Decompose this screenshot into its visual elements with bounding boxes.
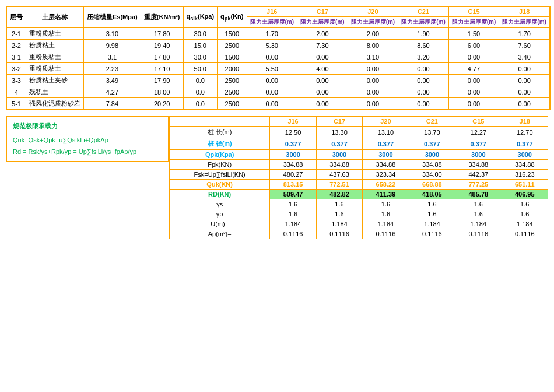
result-row: γs1.61.61.61.61.61.6 bbox=[170, 200, 548, 209]
result-row: RD(KN)509.47482.82411.39418.05485.78406.… bbox=[170, 190, 548, 200]
result-val-2: 1.184 bbox=[363, 219, 409, 229]
pile-data-2: 8.00 bbox=[348, 40, 398, 51]
result-val-4: 334.88 bbox=[455, 160, 502, 170]
sub-j20: 阻力土层厚度(m) bbox=[348, 17, 398, 28]
result-val-2: 1.6 bbox=[363, 200, 409, 209]
soil-es: 7.84 bbox=[84, 98, 141, 110]
result-val-5: 334.88 bbox=[502, 160, 548, 170]
result-val-4: 0.377 bbox=[455, 138, 502, 150]
pile-data-0: 0.00 bbox=[247, 75, 297, 86]
pile-data-5: 0.00 bbox=[499, 98, 550, 110]
soil-row: 5-1 强风化泥质粉砂岩 7.84 20.20 0.0 2500 0.000.0… bbox=[6, 98, 550, 110]
result-row: γp1.61.61.61.61.61.6 bbox=[170, 209, 548, 219]
result-val-2: 411.39 bbox=[363, 190, 409, 200]
col-header-c15: C15 bbox=[448, 6, 499, 17]
pile-data-0: 5.30 bbox=[247, 40, 297, 51]
result-val-0: 12.50 bbox=[270, 127, 316, 138]
result-val-1: 1.6 bbox=[316, 200, 362, 209]
result-label: 桩 长(m) bbox=[170, 127, 270, 138]
pile-data-2: 0.00 bbox=[348, 75, 398, 86]
result-val-2: 13.10 bbox=[363, 127, 409, 138]
pile-data-2: 0.00 bbox=[348, 63, 398, 75]
formula-line1: Quk=Qsk+Qpk=u∑QsikLi+QpkAp bbox=[13, 135, 162, 146]
result-val-3: 418.05 bbox=[409, 190, 455, 200]
result-val-4: 0.1116 bbox=[455, 229, 502, 239]
soil-gamma: 17.80 bbox=[141, 51, 183, 63]
result-label: γp bbox=[170, 209, 270, 219]
results-j18: J18 bbox=[502, 117, 548, 127]
result-val-5: 0.377 bbox=[502, 138, 548, 150]
col-header-c21: C21 bbox=[398, 6, 449, 17]
result-val-1: 1.6 bbox=[316, 209, 362, 219]
pile-data-5: 0.00 bbox=[499, 86, 550, 98]
result-val-0: 813.15 bbox=[270, 180, 316, 190]
result-val-2: 323.34 bbox=[363, 170, 409, 180]
col-header-c17: C17 bbox=[297, 6, 348, 17]
soil-gamma: 20.20 bbox=[141, 98, 183, 110]
result-label: RD(KN) bbox=[170, 190, 270, 200]
sub-j16: 阻力土层厚度(m) bbox=[247, 17, 297, 28]
result-label: U(m)= bbox=[170, 219, 270, 229]
result-val-2: 658.22 bbox=[363, 180, 409, 190]
result-val-1: 334.88 bbox=[316, 160, 362, 170]
result-val-5: 1.6 bbox=[502, 209, 548, 219]
pile-data-3: 8.60 bbox=[398, 40, 449, 51]
sub-j18: 阻力土层厚度(m) bbox=[499, 17, 550, 28]
pile-data-5: 7.60 bbox=[499, 40, 550, 51]
pile-data-5: 1.70 bbox=[499, 28, 550, 40]
soil-qsik: 50.0 bbox=[183, 63, 218, 75]
soil-qpk: 2500 bbox=[218, 98, 247, 110]
page: 层号 土层名称 压缩模量Es(Mpa) 重度(KN/m³) qsik(Kpa) … bbox=[0, 0, 554, 392]
pile-data-4: 4.77 bbox=[448, 63, 499, 75]
soil-qpk: 2500 bbox=[218, 40, 247, 51]
soil-gamma: 18.00 bbox=[141, 86, 183, 98]
pile-data-0: 0.00 bbox=[247, 51, 297, 63]
result-label: Ap(m²)= bbox=[170, 229, 270, 239]
pile-data-1: 7.30 bbox=[297, 40, 348, 51]
result-val-0: 1.6 bbox=[270, 209, 316, 219]
soil-id: 3-3 bbox=[6, 75, 26, 86]
soil-id: 5-1 bbox=[6, 98, 26, 110]
pile-data-2: 2.00 bbox=[348, 28, 398, 40]
result-val-3: 1.184 bbox=[409, 219, 455, 229]
soil-qpk: 1500 bbox=[218, 51, 247, 63]
soil-es: 9.98 bbox=[84, 40, 141, 51]
col-header-layerid: 层号 bbox=[6, 6, 26, 28]
result-val-0: 334.88 bbox=[270, 160, 316, 170]
pile-data-4: 0.00 bbox=[448, 98, 499, 110]
soil-gamma: 17.10 bbox=[141, 63, 183, 75]
result-val-3: 1.6 bbox=[409, 200, 455, 209]
soil-name: 重粉质粘土 bbox=[26, 51, 84, 63]
pile-data-0: 0.00 bbox=[247, 86, 297, 98]
col-header-gamma: 重度(KN/m³) bbox=[141, 6, 183, 28]
soil-row: 3-3 粉质粘土夹砂 3.49 17.90 0.0 2500 0.000.000… bbox=[6, 75, 550, 86]
result-val-5: 12.70 bbox=[502, 127, 548, 138]
results-c21: C21 bbox=[409, 117, 455, 127]
soil-es: 3.1 bbox=[84, 51, 141, 63]
sub-c15: 阻力土层厚度(m) bbox=[448, 17, 499, 28]
result-val-0: 3000 bbox=[270, 150, 316, 160]
result-val-1: 482.82 bbox=[316, 190, 362, 200]
col-header-es: 压缩模量Es(Mpa) bbox=[84, 6, 141, 28]
soil-row: 2-1 重粉质粘土 3.10 17.80 30.0 1500 1.702.002… bbox=[6, 28, 550, 40]
results-j16: J16 bbox=[270, 117, 316, 127]
results-j20: J20 bbox=[363, 117, 409, 127]
soil-es: 3.10 bbox=[84, 28, 141, 40]
result-val-4: 1.6 bbox=[455, 209, 502, 219]
col-header-soilname: 土层名称 bbox=[26, 6, 84, 28]
pile-data-2: 0.00 bbox=[348, 86, 398, 98]
result-val-5: 1.6 bbox=[502, 200, 548, 209]
pile-data-3: 0.00 bbox=[398, 75, 449, 86]
soil-qpk: 1500 bbox=[218, 28, 247, 40]
formula-title: 规范极限承载力 bbox=[13, 121, 162, 132]
results-label-header bbox=[170, 117, 270, 127]
result-row: Fsk=Up∑fsiLi(KN)480.27437.63323.34334.00… bbox=[170, 170, 548, 180]
soil-row: 3-2 重粉质粘土 2.23 17.10 50.0 2000 5.504.000… bbox=[6, 63, 550, 75]
result-val-2: 0.1116 bbox=[363, 229, 409, 239]
sub-c21: 阻力土层厚度(m) bbox=[398, 17, 449, 28]
formula-line2: Rd = Rsk/γs+Rpk/γp = Up∑fsiLi/γs+fpAp/γp bbox=[13, 146, 162, 158]
result-row: 桩 径(m)0.3770.3770.3770.3770.3770.377 bbox=[170, 138, 548, 150]
soil-name: 残积土 bbox=[26, 86, 84, 98]
pile-data-3: 0.00 bbox=[398, 63, 449, 75]
col-header-j18: J18 bbox=[499, 6, 550, 17]
